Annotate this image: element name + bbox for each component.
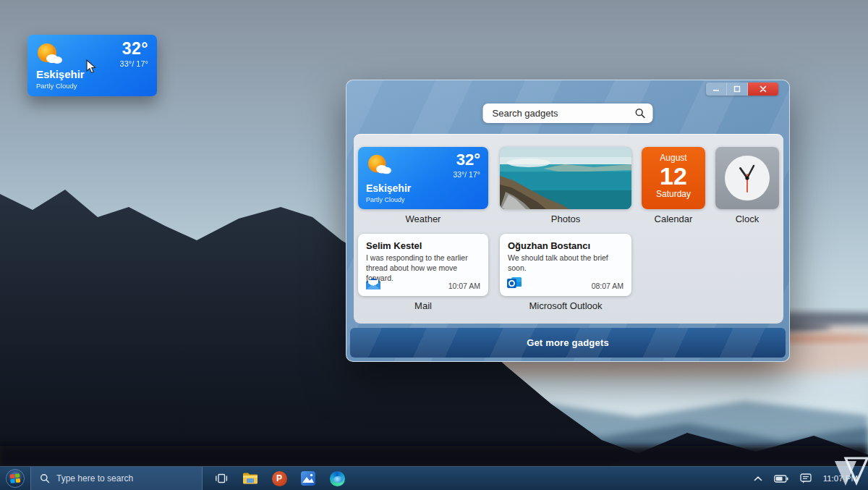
battery-icon: [774, 475, 788, 483]
tray-expand-button[interactable]: [754, 476, 762, 481]
outlook-sender: Oğuzhan Bostancı: [508, 240, 624, 251]
taskbar-edge[interactable]: [323, 467, 352, 490]
minimize-button[interactable]: [706, 83, 727, 96]
calendar-month: August: [642, 153, 705, 163]
task-view-button[interactable]: [207, 467, 236, 490]
desktop: 32° 33°/ 17° Eskişehir Partly Cloudy Sea…: [0, 0, 868, 490]
weather-city: Eskişehir: [36, 68, 85, 80]
taskbar-file-explorer[interactable]: [236, 467, 265, 490]
file-explorer-icon: [242, 472, 258, 485]
tray-battery[interactable]: [774, 475, 788, 483]
taskbar: Type here to search P: [0, 466, 868, 490]
mail-timestamp: 10:07 AM: [448, 282, 480, 290]
gadget-label-photos: Photos: [500, 211, 631, 226]
task-view-icon: [215, 473, 228, 484]
windows-start-icon: [6, 469, 25, 488]
weather-sun-cloud-icon: [365, 153, 393, 177]
gadget-search-box[interactable]: Search gadgets: [483, 104, 653, 123]
weather-city: Eskişehir: [366, 182, 411, 194]
chevron-up-icon: [754, 476, 762, 481]
get-more-gadgets-label: Get more gadgets: [527, 337, 609, 348]
edge-icon: [330, 471, 345, 486]
taskbar-clock[interactable]: 11:07 PM: [823, 474, 858, 483]
start-button[interactable]: [0, 467, 30, 490]
gadget-search-input[interactable]: Search gadgets: [493, 108, 635, 119]
gadget-label-weather: Weather: [358, 211, 488, 226]
gadgets-window: Search gadgets 32° 33°/ 17° Eskişehir Pa…: [346, 80, 790, 362]
weather-high-low: 33°/ 17°: [120, 59, 148, 68]
weather-condition: Partly Cloudy: [366, 196, 405, 203]
mail-sender: Selim Kestel: [366, 240, 480, 251]
powerpoint-icon: P: [272, 471, 287, 486]
close-icon: [760, 85, 767, 93]
taskbar-search-box[interactable]: Type here to search: [30, 467, 203, 490]
calendar-day: 12: [642, 163, 705, 189]
search-icon: [635, 108, 646, 119]
gadget-label-clock: Clock: [715, 211, 779, 226]
gadget-label-calendar: Calendar: [642, 211, 705, 226]
system-tray: 11:07 PM: [754, 473, 868, 483]
maximize-button[interactable]: [727, 83, 748, 96]
gadget-calendar[interactable]: August 12 Saturday: [642, 147, 705, 209]
taskbar-search-input[interactable]: Type here to search: [56, 473, 133, 483]
chat-notification-icon: [800, 473, 812, 483]
weather-temperature: 32°: [456, 151, 480, 169]
weather-temperature: 32°: [122, 39, 148, 59]
maximize-icon: [733, 85, 741, 93]
window-controls: [706, 83, 778, 96]
mail-app-icon: [365, 278, 381, 290]
calendar-weekday: Saturday: [642, 189, 705, 199]
gadget-label-outlook: Microsoft Outlook: [500, 298, 631, 313]
close-button[interactable]: [748, 83, 778, 96]
outlook-timestamp: 08:07 AM: [592, 282, 624, 290]
minimize-icon: [712, 85, 720, 93]
gadget-weather[interactable]: 32° 33°/ 17° Eskişehir Partly Cloudy: [358, 147, 488, 209]
outlook-app-icon: [507, 276, 522, 290]
gadget-label-mail: Mail: [358, 298, 488, 313]
taskbar-photos[interactable]: [294, 467, 323, 490]
photos-app-icon: [301, 471, 315, 486]
gadget-outlook[interactable]: Oğuzhan Bostancı We should talk about th…: [500, 234, 631, 296]
gadgets-panel: 32° 33°/ 17° Eskişehir Partly Cloudy Wea…: [354, 134, 783, 324]
gadget-mail[interactable]: Selim Kestel I was responding to the ear…: [358, 234, 488, 296]
mouse-cursor: [85, 59, 97, 74]
gadget-clock[interactable]: [715, 147, 779, 209]
photos-thumbnail: [500, 147, 631, 209]
weather-high-low: 33°/ 17°: [453, 170, 480, 179]
tray-notifications[interactable]: [800, 473, 812, 483]
taskbar-powerpoint[interactable]: P: [265, 467, 294, 490]
weather-sun-cloud-icon: [35, 41, 64, 67]
weather-condition: Partly Cloudy: [36, 82, 77, 90]
search-icon: [40, 473, 50, 483]
gadget-photos[interactable]: [500, 147, 631, 209]
outlook-preview: We should talk about the brief soon.: [508, 253, 624, 274]
analog-clock-icon: [724, 155, 770, 201]
get-more-gadgets-button[interactable]: Get more gadgets: [350, 328, 786, 358]
